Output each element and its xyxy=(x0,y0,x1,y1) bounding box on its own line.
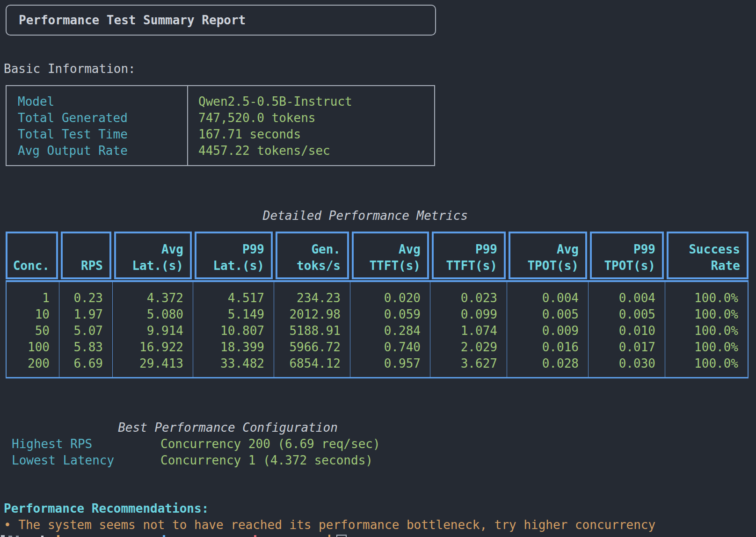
metric-value: 4.517 xyxy=(193,290,264,306)
metric-value: 1 xyxy=(7,290,50,306)
metrics-table-header: Conc.RPSAvgLat.(s)P99Lat.(s)Gen.toks/sAv… xyxy=(6,232,749,279)
metrics-header-line: toks/s xyxy=(297,258,341,274)
metric-value: 100.0% xyxy=(665,306,738,323)
basic-info-value: Qwen2.5-0.5B-Instruct xyxy=(198,94,352,110)
metric-value: 0.028 xyxy=(507,356,579,372)
metrics-column: 4.5175.14910.80718.39933.482 xyxy=(193,282,274,377)
metric-value: 18.399 xyxy=(193,339,264,356)
basic-info-label: Total Test Time xyxy=(18,126,128,143)
metrics-header-line: Success xyxy=(689,241,740,258)
metric-value: 0.017 xyxy=(589,339,655,356)
metric-value: 0.099 xyxy=(430,306,497,323)
metrics-header-line: Avg xyxy=(399,241,421,258)
metric-value: 0.957 xyxy=(350,356,421,372)
report-title-box: Performance Test Summary Report xyxy=(6,5,436,36)
metrics-column: 234.232012.985188.915966.726854.12 xyxy=(274,282,350,377)
metric-value: 5.83 xyxy=(59,339,103,356)
metric-value: 0.284 xyxy=(350,323,421,339)
basic-info-table: Model Total Generated Total Test Time Av… xyxy=(6,85,435,166)
metrics-header-cell: AvgTPOT(s) xyxy=(509,232,587,279)
metric-value: 10 xyxy=(7,306,50,323)
metric-value: 0.030 xyxy=(589,356,655,372)
column-divider xyxy=(187,86,188,165)
report-title: Performance Test Summary Report xyxy=(19,6,246,35)
metrics-header-line: TPOT(s) xyxy=(527,258,579,274)
metric-value: 0.020 xyxy=(350,290,421,306)
metrics-header-cell: P99TPOT(s) xyxy=(590,232,664,279)
metrics-header-line: Gen. xyxy=(311,241,341,258)
best-config-value: Concurrency 1 (4.372 seconds) xyxy=(160,452,373,469)
metric-value: 6.69 xyxy=(59,356,103,372)
metric-value: 5.149 xyxy=(193,306,264,323)
metrics-header-line: TTFT(s) xyxy=(369,258,421,274)
metric-value: 200 xyxy=(7,356,50,372)
metric-value: 5188.91 xyxy=(274,323,341,339)
metrics-column: 100.0%100.0%100.0%100.0%100.0% xyxy=(665,282,748,377)
metric-value: 0.004 xyxy=(589,290,655,306)
metric-value: 2012.98 xyxy=(274,306,341,323)
metrics-header-line: RPS xyxy=(81,258,103,274)
basic-info-value: 167.71 seconds xyxy=(198,126,352,143)
metrics-column: 0.0230.0991.0742.0293.627 xyxy=(430,282,507,377)
metric-value: 100.0% xyxy=(665,339,738,356)
metric-value: 100.0% xyxy=(665,356,738,372)
best-config-value: Concurrency 200 (6.69 req/sec) xyxy=(160,436,380,452)
basic-info-label: Total Generated xyxy=(18,110,128,126)
basic-info-heading: Basic Information: xyxy=(4,61,136,77)
metric-value: 1.074 xyxy=(430,323,497,339)
metrics-header-cell: RPS xyxy=(61,232,111,279)
terminal-cursor xyxy=(336,535,347,537)
metrics-header-cell: P99Lat.(s) xyxy=(195,232,273,279)
metric-value: 0.005 xyxy=(589,306,655,323)
metric-value: 4.372 xyxy=(113,290,183,306)
metric-value: 5.07 xyxy=(59,323,103,339)
metrics-header-cell: AvgLat.(s) xyxy=(114,232,192,279)
metrics-header-line: P99 xyxy=(242,241,264,258)
basic-info-value: 4457.22 tokens/sec xyxy=(198,143,352,159)
basic-info-labels: Model Total Generated Total Test Time Av… xyxy=(18,94,128,159)
metric-value: 0.23 xyxy=(59,290,103,306)
metrics-header-line: TPOT(s) xyxy=(604,258,655,274)
best-config-label: Lowest Latency xyxy=(12,452,114,469)
metrics-header-cell: AvgTTFT(s) xyxy=(352,232,429,279)
metric-value: 29.413 xyxy=(113,356,183,372)
metric-value: 3.627 xyxy=(430,356,497,372)
basic-info-label: Model xyxy=(18,94,128,110)
metrics-table-heading: Detailed Performance Metrics xyxy=(0,208,731,224)
metric-value: 234.23 xyxy=(274,290,341,306)
metric-value: 10.807 xyxy=(193,323,264,339)
metric-value: 100 xyxy=(7,339,50,356)
metric-value: 33.482 xyxy=(193,356,264,372)
metric-value: 2.029 xyxy=(430,339,497,356)
metrics-header-cell: P99TTFT(s) xyxy=(432,232,506,279)
metric-value: 16.922 xyxy=(113,339,183,356)
metric-value: 0.009 xyxy=(507,323,579,339)
metrics-column: 0.0040.0050.0100.0170.030 xyxy=(589,282,665,377)
basic-info-label: Avg Output Rate xyxy=(18,143,128,159)
recommendations-heading: Performance Recommendations: xyxy=(4,501,209,517)
metric-value: 0.023 xyxy=(430,290,497,306)
metrics-column: 4.3725.0809.91416.92229.413 xyxy=(113,282,193,377)
metric-value: 50 xyxy=(7,323,50,339)
metrics-header-line: Rate xyxy=(711,258,740,274)
metrics-header-line: Conc. xyxy=(13,258,50,274)
metrics-column: 0.231.975.075.836.69 xyxy=(59,282,113,377)
metrics-header-line: Lat.(s) xyxy=(213,258,264,274)
metrics-column: 11050100200 xyxy=(7,282,59,377)
metrics-header-cell: SuccessRate xyxy=(667,232,749,279)
metric-value: 0.005 xyxy=(507,306,579,323)
metric-value: 0.059 xyxy=(350,306,421,323)
recommendation-item: • The system seems not to have reached i… xyxy=(4,517,655,533)
metrics-header-line: Avg xyxy=(557,241,579,258)
metrics-header-cell: Gen.toks/s xyxy=(276,232,349,279)
terminal-screen: Performance Test Summary Report Basic In… xyxy=(0,0,756,537)
best-config-label: Highest RPS xyxy=(12,436,92,452)
metrics-header-line: P99 xyxy=(475,241,497,258)
metric-value: 6854.12 xyxy=(274,356,341,372)
metrics-header-line: TTFT(s) xyxy=(446,258,497,274)
metric-value: 0.004 xyxy=(507,290,579,306)
metrics-header-line: Lat.(s) xyxy=(132,258,183,274)
basic-info-values: Qwen2.5-0.5B-Instruct 747,520.0 tokens 1… xyxy=(198,94,352,159)
metrics-header-line: Avg xyxy=(161,241,183,258)
metric-value: 1.97 xyxy=(59,306,103,323)
